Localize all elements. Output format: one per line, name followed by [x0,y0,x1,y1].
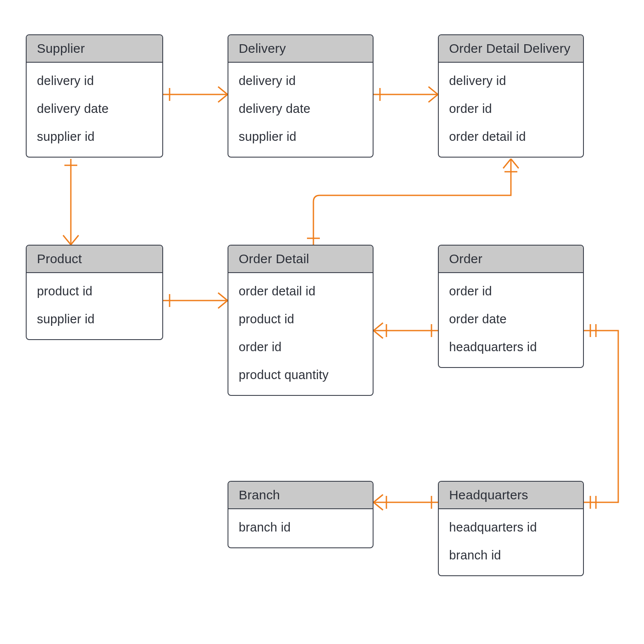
svg-line-17 [374,323,383,331]
entity-attr: product id [228,305,373,333]
entity-branch: Branch branch id [228,481,374,548]
entity-attr: order detail id [439,123,583,151]
entity-attr: supplier id [27,123,162,151]
entity-attr: supplier id [228,123,373,151]
rel-branch-hq [374,495,438,510]
svg-line-2 [218,87,228,94]
entity-attr: product quantity [228,361,373,389]
svg-line-7 [428,94,438,102]
entity-title: Order Detail [228,246,373,273]
entity-attr: order date [439,305,583,333]
entity-attrs: product id supplier id [27,273,162,339]
svg-line-6 [428,87,438,94]
entity-title: Product [27,246,162,273]
entity-attr: headquarters id [439,513,583,541]
entity-attr: headquarters id [439,333,583,361]
svg-line-23 [511,159,519,168]
rel-orderdetail-order [374,323,438,338]
rel-supplier-delivery [163,87,228,102]
entity-odd: Order Detail Delivery delivery id order … [438,34,584,158]
entity-attrs: headquarters id branch id [439,509,583,575]
entity-attr: product id [27,277,162,305]
entity-attr: delivery id [228,67,373,95]
entity-headquarters: Headquarters headquarters id branch id [438,481,584,576]
rel-supplier-product [63,159,79,245]
entity-product: Product product id supplier id [26,245,163,340]
entity-attrs: order detail id product id order id prod… [228,273,373,395]
entity-title: Order Detail Delivery [439,35,583,63]
entity-title: Delivery [228,35,373,63]
svg-line-10 [63,235,71,245]
entity-attr: order detail id [228,277,373,305]
entity-attr: order id [228,333,373,361]
entity-title: Supplier [27,35,162,63]
svg-line-30 [374,495,383,502]
entity-attrs: order id order date headquarters id [439,273,583,367]
entity-attr: delivery id [439,67,583,95]
entity-attr: branch id [439,541,583,569]
entity-title: Order [439,246,583,273]
svg-line-22 [503,159,511,168]
entity-attr: branch id [228,513,373,541]
entity-attr: order id [439,277,583,305]
rel-product-orderdetail [163,293,228,308]
entity-attrs: delivery id delivery date supplier id [27,63,162,157]
entity-attr: delivery date [27,95,162,123]
entity-attr: supplier id [27,305,162,333]
entity-attrs: delivery id order id order detail id [439,63,583,157]
entity-attrs: branch id [228,509,373,547]
entity-attr: order id [439,95,583,123]
rel-orderdetail-odd [307,159,519,245]
svg-line-3 [218,94,228,102]
entity-supplier: Supplier delivery id delivery date suppl… [26,34,163,158]
entity-delivery: Delivery delivery id delivery date suppl… [228,34,374,158]
entity-title: Branch [228,482,373,509]
entity-attrs: delivery id delivery date supplier id [228,63,373,157]
entity-attr: delivery id [27,67,162,95]
svg-line-15 [218,301,228,308]
svg-line-11 [71,235,79,245]
svg-line-18 [374,331,383,338]
rel-delivery-odd [374,87,438,102]
entity-title: Headquarters [439,482,583,509]
svg-line-14 [218,293,228,301]
entity-order-detail: Order Detail order detail id product id … [228,245,374,396]
entity-order: Order order id order date headquarters i… [438,245,584,368]
entity-attr: delivery date [228,95,373,123]
rel-order-hq [584,324,618,509]
svg-line-31 [374,502,383,510]
